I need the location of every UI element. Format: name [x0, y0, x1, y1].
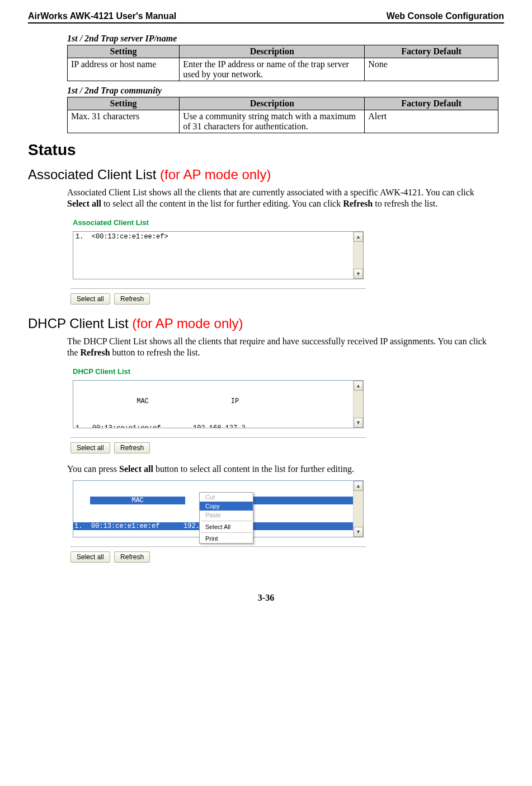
scroll-down-icon[interactable]: ▼: [354, 418, 363, 428]
scrollbar[interactable]: ▲ ▼: [353, 232, 363, 279]
bold-selectall: Select all: [119, 464, 153, 474]
separator: [70, 437, 366, 438]
th-factory: Factory Default: [365, 97, 498, 110]
scrollbar[interactable]: ▲ ▼: [353, 481, 363, 537]
scroll-down-icon[interactable]: ▼: [354, 269, 363, 279]
page-number: 3-36: [28, 593, 504, 603]
ctx-cut[interactable]: Cut: [200, 493, 253, 502]
th-setting: Setting: [68, 45, 180, 58]
table2-caption: 1st / 2nd Trap community: [67, 86, 498, 96]
separator: [70, 288, 366, 289]
scroll-up-icon[interactable]: ▲: [354, 481, 363, 491]
table-row: Max. 31 characters Use a community strin…: [68, 110, 498, 133]
assoc-heading-red: (for AP mode only): [160, 167, 271, 182]
assoc-listbox[interactable]: 1. <00:13:ce:e1:ee:ef> ▲ ▼: [73, 231, 364, 279]
table-row: IP address or host name Enter the IP add…: [68, 58, 498, 81]
assoc-heading-main: Associated Client List: [28, 167, 160, 182]
scroll-down-icon[interactable]: ▼: [354, 527, 363, 537]
separator: [70, 546, 366, 547]
scrollbar[interactable]: ▲ ▼: [353, 381, 363, 428]
dhcp-list-content: MAC IP 1. 00:13:ce:e1:ee:ef 192.168.127.…: [73, 381, 353, 428]
dhcp-selected-listbox[interactable]: MAC IP 1. 00:13:ce:e1:ee:ef 192.168.127.…: [73, 480, 364, 537]
dhcp-selected-screenshot: MAC IP 1. 00:13:ce:e1:ee:ef 192.168.127.…: [67, 480, 369, 566]
dhcp-paragraph: The DHCP Client List shows all the clien…: [67, 336, 498, 358]
cell-description: Use a community string match with a maxi…: [180, 110, 365, 133]
dhcp-paragraph-2: You can press Select all button to selec…: [67, 464, 498, 475]
table-trap-server: Setting Description Factory Default IP a…: [67, 45, 498, 81]
th-factory: Factory Default: [365, 45, 498, 58]
assoc-panel-title: Associated Client List: [67, 215, 369, 231]
scroll-up-icon[interactable]: ▲: [354, 381, 363, 391]
row-ip: 192.168.127.2: [193, 424, 277, 428]
header-right: Web Console Configuration: [387, 11, 504, 21]
col-mac-header: MAC: [90, 497, 185, 504]
cell-factory: None: [365, 58, 498, 81]
list-item[interactable]: 1. 00:13:ce:e1:ee:ef 192.168.127.2: [76, 421, 351, 428]
status-heading: Status: [28, 141, 498, 159]
bold-selectall: Select all: [67, 199, 101, 208]
refresh-button[interactable]: Refresh: [114, 551, 150, 563]
cell-setting: Max. 31 characters: [68, 110, 180, 133]
assoc-paragraph: Associated Client List shows all the cli…: [67, 187, 498, 209]
th-description: Description: [180, 45, 365, 58]
header-left: AirWorks AWK-4121 User's Manual: [28, 11, 176, 21]
dhcp-screenshot: DHCP Client List MAC IP 1. 00:13:ce:e1:e…: [67, 364, 369, 457]
cell-factory: Alert: [365, 110, 498, 133]
col-ip-header: IP: [193, 397, 277, 405]
context-menu[interactable]: Cut Copy Paste Select All Print: [199, 492, 253, 544]
col-blank: [76, 397, 92, 405]
dhcp-listbox[interactable]: MAC IP 1. 00:13:ce:e1:ee:ef 192.168.127.…: [73, 380, 364, 428]
row-mac: 00:13:ce:e1:ee:ef: [92, 424, 193, 428]
assoc-list-content: 1. <00:13:ce:e1:ee:ef>: [73, 232, 353, 279]
text: button to select all content in the list…: [153, 464, 354, 474]
bold-refresh: Refresh: [81, 348, 110, 357]
text: button to refresh the list.: [110, 348, 200, 357]
ctx-print[interactable]: Print: [200, 534, 253, 543]
cell-setting: IP address or host name: [68, 58, 180, 81]
refresh-button[interactable]: Refresh: [114, 442, 150, 453]
select-all-button[interactable]: Select all: [70, 442, 110, 453]
th-description: Description: [180, 97, 365, 110]
text: to refresh the list.: [373, 199, 437, 208]
refresh-button[interactable]: Refresh: [114, 293, 150, 305]
table-trap-community: Setting Description Factory Default Max.…: [67, 97, 498, 133]
assoc-screenshot: Associated Client List 1. <00:13:ce:e1:e…: [67, 215, 369, 308]
assoc-heading: Associated Client List (for AP mode only…: [28, 167, 498, 183]
ctx-paste[interactable]: Paste: [200, 511, 253, 520]
row-num: 1.: [73, 522, 91, 530]
select-all-button[interactable]: Select all: [70, 293, 110, 305]
dhcp-heading: DHCP Client List (for AP mode only): [28, 316, 498, 331]
text: to select all the content in the list fo…: [101, 199, 343, 208]
table1-caption: 1st / 2nd Trap server IP/name: [67, 34, 498, 44]
cell-description: Enter the IP address or name of the trap…: [180, 58, 365, 81]
bold-refresh: Refresh: [343, 199, 373, 208]
scroll-up-icon[interactable]: ▲: [354, 232, 363, 242]
th-setting: Setting: [68, 97, 180, 110]
col-blank: [73, 497, 90, 504]
ctx-copy[interactable]: Copy: [200, 502, 253, 511]
text: Associated Client List shows all the cli…: [67, 188, 474, 197]
dhcp-heading-red: (for AP mode only): [132, 316, 243, 331]
row-mac: 00:13:ce:e1:ee:ef: [91, 522, 183, 530]
ctx-selectall[interactable]: Select All: [200, 522, 253, 531]
select-all-button[interactable]: Select all: [70, 551, 110, 563]
row-num: 1.: [76, 424, 92, 428]
dhcp-panel-title: DHCP Client List: [67, 364, 369, 380]
ctx-separator: [201, 521, 252, 521]
text: You can press: [67, 464, 119, 474]
col-mac-header: MAC: [92, 397, 193, 405]
header-rule: [28, 22, 504, 24]
ctx-separator: [201, 532, 252, 533]
dhcp-heading-main: DHCP Client List: [28, 316, 132, 331]
